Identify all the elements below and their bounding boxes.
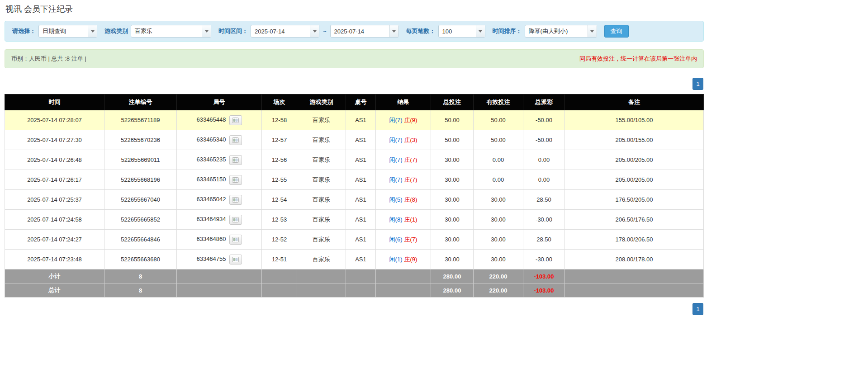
cell-payout: -30.00 [523, 250, 565, 269]
search-button[interactable]: 查询 [604, 25, 629, 38]
cell-total-bet[interactable]: 30.00 [431, 170, 474, 190]
cell-table-no: AS1 [346, 250, 376, 269]
bet-record-row: 2025-07-14 07:28:07522655671189633465448… [5, 110, 704, 130]
cell-note: 206.50/176.50 [565, 210, 704, 230]
result-banker: 庄(3) [404, 137, 417, 143]
chevron-down-icon[interactable] [88, 25, 97, 37]
cell-result: 闲(8)庄(1) [376, 210, 431, 230]
cell-session: 12-52 [262, 230, 297, 250]
subtotal-game [297, 269, 346, 283]
page-number-button[interactable]: 1 [693, 78, 703, 90]
round-detail-cards-icon[interactable] [229, 195, 242, 205]
cell-bet-id: 522655669011 [104, 150, 177, 170]
cell-result: 闲(7)庄(7) [376, 170, 431, 190]
query-type-select[interactable]: 日期查询 [38, 25, 97, 38]
cell-total-bet[interactable]: 50.00 [431, 110, 474, 130]
game-type-select[interactable]: 百家乐 [131, 25, 211, 38]
cell-time: 2025-07-14 07:24:58 [5, 210, 104, 230]
cell-table-no: AS1 [346, 130, 376, 150]
round-detail-cards-icon[interactable] [229, 155, 242, 165]
date-from-select[interactable]: 2025-07-14 [251, 25, 319, 38]
bet-record-row: 2025-07-14 07:23:48522655663680633464755… [5, 250, 704, 269]
game-type-value: 百家乐 [131, 25, 202, 37]
table-head-row: 时间注单编号局号场次游戏类别桌号结果总投注有效投注总派彩备注 [5, 94, 704, 110]
result-banker: 庄(9) [404, 256, 417, 263]
round-detail-cards-icon[interactable] [229, 215, 242, 225]
cell-table-no: AS1 [346, 210, 376, 230]
result-player: 闲(7) [389, 137, 403, 143]
cell-game-type: 百家乐 [297, 210, 346, 230]
page-number-button[interactable]: 1 [693, 303, 703, 315]
cell-table-no: AS1 [346, 190, 376, 210]
cell-total-bet[interactable]: 30.00 [431, 230, 474, 250]
chevron-down-icon[interactable] [476, 25, 485, 37]
result-player: 闲(7) [389, 117, 403, 123]
column-header: 时间 [5, 94, 104, 110]
round-detail-cards-icon[interactable] [229, 235, 242, 245]
page-size-select[interactable]: 100 [438, 25, 485, 38]
cell-note: 205.00/205.00 [565, 150, 704, 170]
chevron-down-icon[interactable] [310, 25, 319, 37]
cell-result: 闲(5)庄(8) [376, 190, 431, 210]
cell-game-type: 百家乐 [297, 170, 346, 190]
round-detail-cards-icon[interactable] [229, 135, 242, 145]
result-banker: 庄(7) [404, 236, 417, 243]
cell-round-id: 633465042 [177, 190, 262, 210]
date-from-value: 2025-07-14 [251, 25, 310, 37]
page-size-label: 每页笔数： [406, 27, 436, 35]
cell-game-type: 百家乐 [297, 150, 346, 170]
cell-bet-id: 522655663680 [104, 250, 177, 269]
table-body: 2025-07-14 07:28:07522655671189633465448… [5, 110, 704, 297]
cell-total-bet[interactable]: 30.00 [431, 250, 474, 269]
subtotal-round [177, 269, 262, 283]
chevron-down-icon[interactable] [202, 25, 211, 37]
cell-round-id: 633465340 [177, 130, 262, 150]
subtotal-count: 8 [104, 269, 177, 283]
cell-payout: 28.50 [523, 190, 565, 210]
sort-select[interactable]: 降幂(由大到小) [525, 25, 597, 38]
page: 视讯 会员下注纪录 请选择： 日期查询 游戏类别 百家乐 时间区间： 2025-… [5, 4, 704, 315]
round-detail-cards-icon[interactable] [229, 255, 242, 264]
total-table [346, 283, 376, 297]
summary-currency-count: 币别：人民币 | 总共 :8 注单 | [11, 55, 86, 63]
cell-total-bet[interactable]: 50.00 [431, 130, 474, 150]
cell-table-no: AS1 [346, 170, 376, 190]
cell-result: 闲(7)庄(3) [376, 130, 431, 150]
query-type-label: 请选择： [12, 27, 36, 35]
range-separator: ~ [323, 28, 327, 35]
column-header: 场次 [262, 94, 297, 110]
column-header: 备注 [565, 94, 704, 110]
cell-total-bet[interactable]: 30.00 [431, 210, 474, 230]
subtotal-table [346, 269, 376, 283]
cell-bet-id: 522655664846 [104, 230, 177, 250]
round-id: 633464860 [196, 236, 226, 242]
cell-game-type: 百家乐 [297, 230, 346, 250]
round-id: 633464934 [196, 216, 226, 222]
date-to-select[interactable]: 2025-07-14 [330, 25, 399, 38]
result-banker: 庄(7) [404, 176, 417, 183]
query-type-value: 日期查询 [39, 25, 88, 37]
total-label: 总计 [5, 283, 104, 297]
column-header: 注单编号 [104, 94, 177, 110]
subtotal-label: 小计 [5, 269, 104, 283]
subtotal-payout: -103.00 [523, 269, 565, 283]
cell-table-no: AS1 [346, 110, 376, 130]
cell-result: 闲(7)庄(9) [376, 110, 431, 130]
cell-time: 2025-07-14 07:27:30 [5, 130, 104, 150]
cell-total-bet[interactable]: 30.00 [431, 150, 474, 170]
chevron-down-icon[interactable] [389, 25, 398, 37]
page-title: 视讯 会员下注纪录 [5, 4, 704, 14]
cell-session: 12-54 [262, 190, 297, 210]
subtotal-result [376, 269, 431, 283]
cell-total-bet[interactable]: 30.00 [431, 190, 474, 210]
cell-result: 闲(1)庄(9) [376, 250, 431, 269]
cell-payout: 28.50 [523, 230, 565, 250]
chevron-down-icon[interactable] [588, 25, 597, 37]
round-detail-cards-icon[interactable] [229, 175, 242, 185]
round-detail-cards-icon[interactable] [229, 115, 242, 125]
total-payout: -103.00 [523, 283, 565, 297]
bet-record-row: 2025-07-14 07:24:58522655665852633464934… [5, 210, 704, 230]
cell-payout: -30.00 [523, 210, 565, 230]
result-player: 闲(6) [389, 236, 403, 243]
cell-session: 12-56 [262, 150, 297, 170]
